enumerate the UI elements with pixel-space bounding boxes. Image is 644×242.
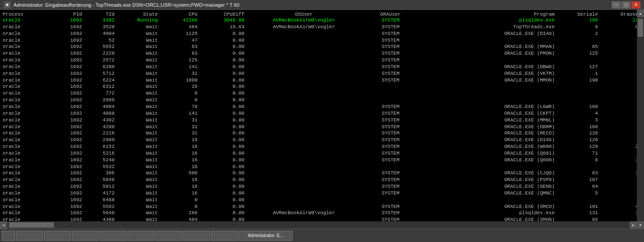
taskbar-btn-3[interactable] bbox=[44, 231, 71, 241]
scroll-down-button[interactable]: ▼ bbox=[637, 221, 644, 229]
table-cell: 9 bbox=[556, 24, 600, 30]
table-cell: ORACLE.EXE (MMON) bbox=[420, 77, 556, 84]
horizontal-scrollbar[interactable]: ◄ ► bbox=[0, 221, 637, 229]
table-cell: Wait bbox=[116, 130, 159, 137]
table-cell: Wait bbox=[116, 37, 159, 44]
minimize-button[interactable]: ─ bbox=[612, 1, 621, 9]
table-cell: Wait bbox=[116, 70, 159, 77]
table-row: oracle16924280Wait310.00SYSTEMORACLE.EXE… bbox=[1, 124, 643, 130]
table-cell: 6224 bbox=[84, 77, 116, 84]
table-cell: SYSTEM bbox=[362, 64, 420, 70]
table-row: oracle16925652Wait630.00SYSTEMORACLE.EXE… bbox=[1, 43, 643, 50]
table-cell: 1692 bbox=[52, 70, 84, 77]
table-cell: 0 bbox=[160, 90, 199, 97]
table-cell: SYSTEM bbox=[362, 37, 420, 44]
table-cell: 0.00 bbox=[199, 70, 246, 77]
table-cell: 1692 bbox=[52, 83, 84, 90]
table-cell: 31 bbox=[160, 70, 199, 77]
table-cell: SYSTEM bbox=[362, 130, 420, 137]
table-cell: 4004 bbox=[84, 30, 116, 37]
table-row: oracle16926280Wait1410.00SYSTEMORACLE.EX… bbox=[1, 64, 643, 70]
scroll-left-button[interactable]: ◄ bbox=[0, 221, 7, 229]
col-cpu: CPU bbox=[160, 12, 199, 17]
table-cell: ORACLE.EXE (Q000) bbox=[420, 157, 556, 164]
table-cell: oracle bbox=[1, 43, 52, 50]
col-pid: PId bbox=[52, 12, 84, 17]
taskbar-btn-10[interactable]: Administrator: E... bbox=[239, 231, 293, 241]
table-cell: 0.00 bbox=[199, 143, 246, 150]
table-cell: 129 bbox=[556, 143, 600, 150]
table-cell: Wait bbox=[116, 97, 159, 104]
close-button[interactable]: ✕ bbox=[631, 1, 640, 9]
table-cell: 42266 bbox=[160, 17, 199, 24]
table-cell: ORACLE.EXE (CKPT) bbox=[420, 110, 556, 117]
taskbar-btn-9[interactable] bbox=[211, 231, 238, 241]
table-cell bbox=[246, 130, 362, 137]
table-cell bbox=[246, 137, 362, 143]
table-cell: Wait bbox=[116, 164, 159, 170]
scroll-right-button[interactable]: ► bbox=[630, 221, 637, 229]
table-cell: 5712 bbox=[84, 70, 116, 77]
table-cell: 16 bbox=[160, 177, 199, 183]
table-cell: 1692 bbox=[52, 37, 84, 44]
table-cell: 16 bbox=[160, 83, 199, 90]
table-cell: 5652 bbox=[84, 43, 116, 50]
table-row: oracle16924392Wait310.00SYSTEMORACLE.EXE… bbox=[1, 117, 643, 124]
taskbar-btn-2[interactable] bbox=[16, 231, 43, 241]
scroll-up-button[interactable]: ▲ bbox=[637, 10, 644, 17]
table-cell: oracle bbox=[1, 143, 52, 150]
table-cell: ORACLE.EXE (SMCO) bbox=[420, 203, 556, 210]
table-cell: oracle bbox=[1, 37, 52, 44]
table-cell: 0.00 bbox=[199, 203, 246, 210]
scroll-thumb-h[interactable] bbox=[9, 222, 54, 228]
table-cell: 1692 bbox=[52, 137, 84, 143]
table-cell: SYSTEM bbox=[362, 117, 420, 124]
taskbar-btn-4[interactable] bbox=[72, 231, 99, 241]
table-row: oracle16922980Wait160.00SYSTEMORACLE.EXE… bbox=[1, 137, 643, 143]
table-cell: 63 bbox=[160, 43, 199, 50]
col-osuser: OSUser bbox=[246, 12, 362, 17]
table-cell bbox=[420, 37, 556, 44]
table-cell: 0.00 bbox=[199, 110, 246, 117]
table-cell bbox=[420, 83, 556, 90]
table-cell bbox=[420, 90, 556, 97]
table-cell: plsqldev.exe bbox=[420, 210, 556, 216]
table-cell: Wait bbox=[116, 190, 159, 197]
table-cell: oracle bbox=[1, 150, 52, 157]
window-title: Administrator: Eingabeaufforderung - Top… bbox=[13, 2, 239, 8]
table-cell bbox=[246, 164, 362, 170]
vertical-scrollbar[interactable]: ▲ ▼ bbox=[637, 10, 644, 229]
table-cell: 0.00 bbox=[199, 77, 246, 84]
table-cell: oracle bbox=[1, 197, 52, 203]
table-row: oracle16925648Wait2660.00AVMacBookAirW8\… bbox=[1, 210, 643, 216]
table-cell: 772 bbox=[84, 90, 116, 97]
table-cell: 3 bbox=[556, 117, 600, 124]
table-row: oracle1692772Wait00.00 bbox=[1, 90, 643, 97]
table-cell bbox=[420, 164, 556, 170]
table-cell: 191 bbox=[556, 203, 600, 210]
table-cell: ORACLE.EXE (W000) bbox=[420, 143, 556, 150]
maximize-button[interactable]: □ bbox=[622, 1, 631, 9]
table-cell bbox=[246, 110, 362, 117]
table-cell: Wait bbox=[116, 137, 159, 143]
table-cell: oracle bbox=[1, 177, 52, 183]
table-cell: 0.00 bbox=[199, 97, 246, 104]
process-table: Process PId TId State CPU CPUDiff OSUser… bbox=[1, 12, 643, 229]
taskbar-btn-6[interactable] bbox=[127, 231, 154, 241]
table-cell: oracle bbox=[1, 164, 52, 170]
table-cell: 1692 bbox=[52, 203, 84, 210]
table-cell: 2220 bbox=[84, 50, 116, 57]
table-cell: 0.00 bbox=[199, 50, 246, 57]
scroll-thumb-v[interactable] bbox=[638, 19, 643, 37]
table-cell: 1692 bbox=[52, 57, 84, 64]
table-row: oracle16924004Wait11250.00SYSTEMORACLE.E… bbox=[1, 30, 643, 37]
table-cell: 0.00 bbox=[199, 157, 246, 164]
taskbar-btn-1[interactable] bbox=[2, 231, 15, 241]
taskbar-btn-8[interactable] bbox=[183, 231, 210, 241]
taskbar-btn-5[interactable] bbox=[100, 231, 127, 241]
table-cell bbox=[246, 64, 362, 70]
table-cell: oracle bbox=[1, 83, 52, 90]
table-cell: AVMacBookAirW8\vogler bbox=[246, 24, 362, 30]
taskbar-btn-7[interactable] bbox=[155, 231, 182, 241]
table-row: oracle16922216Wait310.00SYSTEMORACLE.EXE… bbox=[1, 130, 643, 137]
